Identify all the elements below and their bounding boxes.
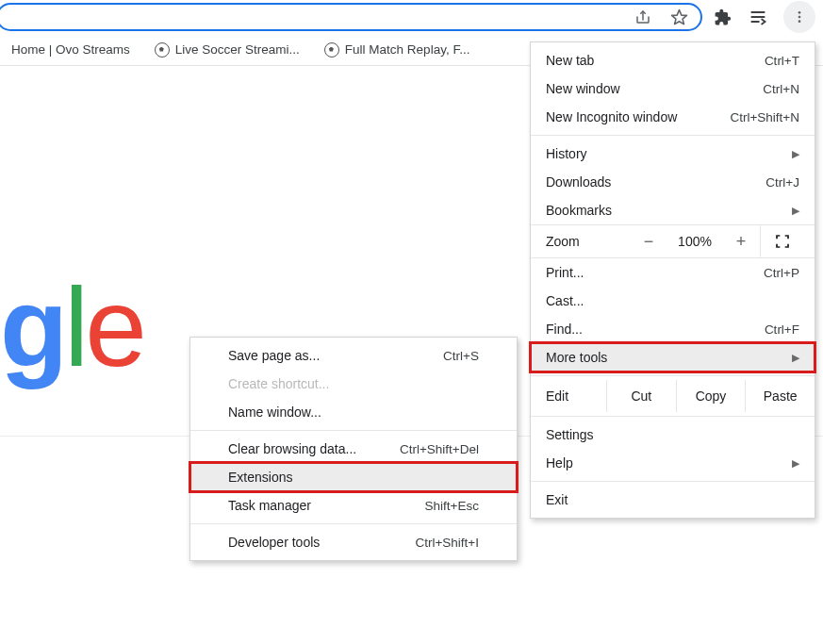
menu-item-help[interactable]: Help ▶ xyxy=(531,449,815,477)
menu-item-more-tools[interactable]: More tools ▶ xyxy=(531,343,815,372)
bookmark-item[interactable]: Home | Ovo Streams xyxy=(6,39,136,60)
menu-item-history[interactable]: History ▶ xyxy=(531,140,815,168)
fullscreen-button[interactable] xyxy=(760,225,803,257)
svg-point-6 xyxy=(798,20,801,23)
menu-item-settings[interactable]: Settings xyxy=(531,421,815,449)
menu-shortcut: Ctrl+F xyxy=(765,322,799,337)
menu-item-bookmarks[interactable]: Bookmarks ▶ xyxy=(531,196,815,224)
submenu-item-dev-tools[interactable]: Developer tools Ctrl+Shift+I xyxy=(190,528,517,556)
submenu-item-name-window[interactable]: Name window... xyxy=(190,398,517,426)
reading-list-icon[interactable] xyxy=(742,1,774,33)
menu-item-exit[interactable]: Exit xyxy=(531,486,815,514)
menu-label: Help xyxy=(546,455,573,471)
menu-separator xyxy=(531,481,815,482)
share-icon[interactable] xyxy=(627,1,659,33)
address-bar[interactable] xyxy=(0,3,702,31)
menu-label: More tools xyxy=(546,350,607,365)
logo-letter-l: l xyxy=(64,265,85,389)
edit-label: Edit xyxy=(531,388,606,404)
extensions-puzzle-icon[interactable] xyxy=(706,1,738,33)
menu-separator xyxy=(531,375,815,376)
menu-shortcut: Ctrl+P xyxy=(764,266,799,280)
menu-item-new-tab[interactable]: New tab Ctrl+T xyxy=(531,46,815,74)
menu-shortcut: Ctrl+N xyxy=(763,82,799,96)
logo-letter-e: e xyxy=(85,265,143,389)
zoom-value: 100% xyxy=(667,234,722,249)
menu-shortcut: Ctrl+Shift+N xyxy=(730,110,799,124)
submenu-label: Create shortcut... xyxy=(228,376,329,391)
bookmark-item[interactable]: Full Match Replay, F... xyxy=(319,39,476,61)
browser-toolbar xyxy=(0,0,823,34)
submenu-label: Clear browsing data... xyxy=(228,441,356,456)
menu-shortcut: Ctrl+T xyxy=(765,54,799,68)
submenu-shortcut: Ctrl+Shift+I xyxy=(415,536,479,550)
menu-item-cast[interactable]: Cast... xyxy=(531,287,815,315)
submenu-item-save-page[interactable]: Save page as... Ctrl+S xyxy=(190,341,517,370)
submenu-label: Developer tools xyxy=(228,535,320,550)
menu-label: Downloads xyxy=(546,174,611,190)
zoom-label: Zoom xyxy=(531,234,630,249)
chevron-right-icon: ▶ xyxy=(792,205,799,217)
submenu-item-clear-data[interactable]: Clear browsing data... Ctrl+Shift+Del xyxy=(190,435,517,463)
submenu-item-task-manager[interactable]: Task manager Shift+Esc xyxy=(190,491,517,520)
submenu-separator xyxy=(190,523,517,524)
menu-item-find[interactable]: Find... Ctrl+F xyxy=(531,315,815,343)
zoom-out-button[interactable]: − xyxy=(630,232,667,252)
soccer-ball-icon xyxy=(324,42,339,58)
google-logo-fragment: gle xyxy=(0,272,143,383)
menu-label: New tab xyxy=(546,53,594,68)
chevron-right-icon: ▶ xyxy=(792,457,799,470)
submenu-shortcut: Ctrl+Shift+Del xyxy=(400,442,479,456)
menu-item-incognito[interactable]: New Incognito window Ctrl+Shift+N xyxy=(531,103,815,131)
soccer-ball-icon xyxy=(155,42,170,58)
submenu-label: Save page as... xyxy=(228,348,320,363)
menu-item-new-window[interactable]: New window Ctrl+N xyxy=(531,74,815,103)
submenu-shortcut: Shift+Esc xyxy=(425,499,479,513)
menu-shortcut: Ctrl+J xyxy=(765,175,799,190)
chevron-right-icon: ▶ xyxy=(792,352,799,364)
submenu-label: Extensions xyxy=(228,470,292,485)
menu-label: Exit xyxy=(546,492,568,507)
submenu-shortcut: Ctrl+S xyxy=(443,349,479,363)
svg-marker-0 xyxy=(671,9,686,24)
menu-label: Bookmarks xyxy=(546,203,612,218)
cut-button[interactable]: Cut xyxy=(606,380,676,412)
bookmark-label: Live Soccer Streami... xyxy=(175,42,300,57)
menu-item-downloads[interactable]: Downloads Ctrl+J xyxy=(531,168,815,196)
bookmark-label: Full Match Replay, F... xyxy=(345,42,470,57)
copy-button[interactable]: Copy xyxy=(676,380,746,412)
menu-zoom-row: Zoom − 100% + xyxy=(531,224,815,258)
chrome-menu-button[interactable] xyxy=(783,1,815,33)
menu-label: Settings xyxy=(546,427,594,442)
menu-separator xyxy=(531,416,815,417)
chrome-main-menu: New tab Ctrl+T New window Ctrl+N New Inc… xyxy=(530,41,815,519)
submenu-label: Name window... xyxy=(228,405,321,420)
menu-edit-row: Edit Cut Copy Paste xyxy=(531,380,815,412)
menu-label: New window xyxy=(546,81,620,96)
logo-letter-g: g xyxy=(0,265,64,389)
paste-button[interactable]: Paste xyxy=(745,380,815,412)
menu-label: History xyxy=(546,146,587,161)
menu-item-print[interactable]: Print... Ctrl+P xyxy=(531,258,815,287)
menu-label: Find... xyxy=(546,322,583,337)
chevron-right-icon: ▶ xyxy=(792,148,799,160)
submenu-item-extensions[interactable]: Extensions xyxy=(190,463,517,491)
zoom-in-button[interactable]: + xyxy=(722,232,760,252)
submenu-label: Task manager xyxy=(228,498,311,513)
svg-point-4 xyxy=(798,11,801,14)
menu-label: Cast... xyxy=(546,293,584,308)
bookmark-item[interactable]: Live Soccer Streami... xyxy=(149,39,305,61)
svg-point-5 xyxy=(798,16,801,19)
menu-separator xyxy=(531,135,815,136)
submenu-separator xyxy=(190,430,517,431)
bookmark-label: Home | Ovo Streams xyxy=(11,42,130,57)
more-tools-submenu: Save page as... Ctrl+S Create shortcut..… xyxy=(189,337,518,561)
bookmark-star-icon[interactable] xyxy=(663,1,695,33)
menu-label: Print... xyxy=(546,265,584,280)
submenu-item-create-shortcut: Create shortcut... xyxy=(190,370,517,398)
menu-label: New Incognito window xyxy=(546,109,677,124)
